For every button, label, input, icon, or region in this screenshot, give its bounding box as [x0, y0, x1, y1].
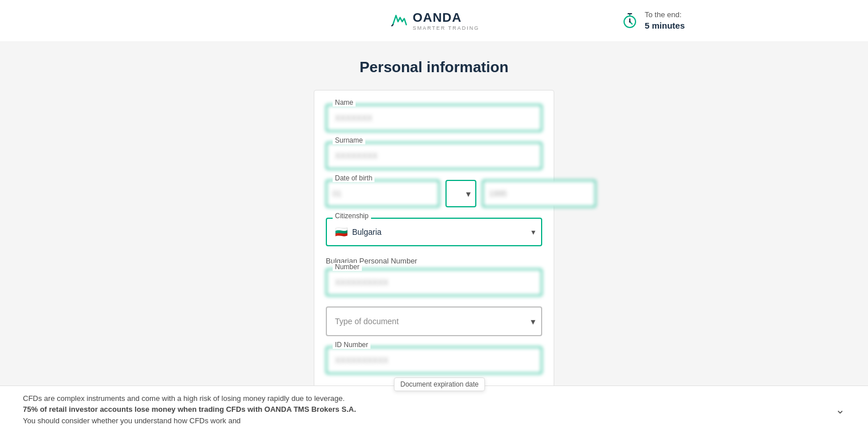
disclaimer-line1: CFDs are complex instruments and come wi… — [23, 393, 824, 404]
type-of-document-wrapper: Passport ID Card Driver's License Type o… — [326, 306, 542, 336]
disclaimer-text: CFDs are complex instruments and come wi… — [23, 393, 824, 427]
logo-text: OANDA SMARTER TRADING — [413, 10, 480, 31]
bulgaria-flag-icon: 🇧🇬 — [335, 227, 348, 237]
name-label: Name — [333, 99, 356, 107]
logo: OANDA SMARTER TRADING — [389, 10, 480, 31]
surname-field-wrapper: Surname — [326, 142, 542, 170]
timer-area: To the end: 5 minutes — [621, 10, 685, 31]
name-field-wrapper: Name — [326, 104, 542, 132]
id-number-input[interactable] — [326, 347, 542, 374]
dob-day-input[interactable] — [326, 180, 440, 207]
number-input[interactable] — [326, 269, 542, 296]
logo-name: OANDA — [413, 10, 480, 25]
citizenship-inner: 🇧🇬 Bulgaria — [335, 227, 518, 237]
name-input[interactable] — [326, 104, 542, 132]
oanda-logo-icon — [389, 10, 409, 31]
page-title: Personal information — [360, 58, 508, 76]
header: OANDA SMARTER TRADING To the end: 5 minu… — [0, 0, 868, 41]
bulgarian-pn-section: Bulgarian Personal Number Number — [326, 257, 542, 296]
citizenship-chevron-icon: ▾ — [531, 227, 535, 237]
disclaimer-line3: You should consider whether you understa… — [23, 415, 824, 427]
number-label: Number — [333, 263, 362, 271]
citizenship-label: Citizenship — [333, 212, 371, 220]
svg-point-1 — [629, 21, 630, 22]
timer-value: 5 minutes — [645, 20, 685, 32]
disclaimer-bar: CFDs are complex instruments and come wi… — [0, 385, 868, 434]
citizenship-wrapper: Citizenship 🇧🇬 Bulgaria ▾ — [326, 218, 542, 246]
id-number-label: ID Number — [333, 341, 370, 349]
disclaimer-collapse-button[interactable]: ⌄ — [824, 401, 845, 418]
main-content: Personal information Name Surname Date o… — [0, 41, 868, 400]
surname-label: Surname — [333, 136, 365, 144]
disclaimer-line2: 75% of retail investor accounts lose mon… — [23, 404, 824, 415]
timer-icon — [621, 11, 639, 30]
dob-year-input[interactable] — [482, 180, 596, 207]
dob-row: Date of birth August January February Ma… — [326, 180, 542, 207]
dob-month-select[interactable]: August January February March April May … — [445, 180, 476, 207]
timer-text: To the end: 5 minutes — [645, 10, 685, 31]
type-of-document-select[interactable]: Passport ID Card Driver's License — [326, 306, 542, 336]
citizenship-select[interactable]: 🇧🇬 Bulgaria ▾ — [326, 218, 542, 246]
doc-expiry-tooltip: Document expiration date — [394, 377, 485, 391]
number-field-wrapper: Number — [326, 269, 542, 296]
surname-input[interactable] — [326, 142, 542, 170]
logo-tagline: SMARTER TRADING — [413, 25, 480, 31]
id-number-wrapper: ID Number Document expiration date — [326, 347, 542, 374]
dob-month-wrapper: August January February March April May … — [445, 180, 476, 207]
citizenship-value: Bulgaria — [352, 227, 381, 237]
dob-label: Date of birth — [333, 174, 374, 182]
timer-label: To the end: — [645, 10, 685, 20]
form-card: Name Surname Date of birth August Januar… — [314, 90, 554, 388]
